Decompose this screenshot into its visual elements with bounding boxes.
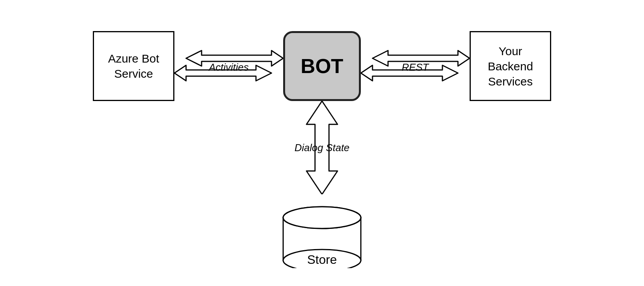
azure-bot-service-box: Azure BotService xyxy=(93,31,174,101)
svg-point-8 xyxy=(283,207,361,228)
main-row: Azure BotService Activities BOT RE xyxy=(93,31,551,101)
azure-bot-service-label: Azure BotService xyxy=(108,51,159,81)
rest-arrow: REST xyxy=(361,47,470,85)
bot-box: BOT xyxy=(283,31,361,101)
diagram-container: Azure BotService Activities BOT RE xyxy=(0,0,644,286)
store-label: Store xyxy=(307,253,337,267)
activities-arrow: Activities xyxy=(174,47,283,85)
store-container: Store xyxy=(279,198,365,267)
svg-marker-4 xyxy=(306,101,338,194)
rest-label: REST xyxy=(402,61,428,73)
bot-label: BOT xyxy=(301,54,343,78)
backend-services-box: Your BackendServices xyxy=(470,31,551,101)
vertical-arrow-svg xyxy=(291,101,353,194)
activities-label: Activities xyxy=(209,61,249,73)
vertical-section: Dialog State Store xyxy=(279,101,365,267)
backend-services-label: Your BackendServices xyxy=(479,44,542,89)
vertical-arrow-container: Dialog State xyxy=(283,101,361,194)
